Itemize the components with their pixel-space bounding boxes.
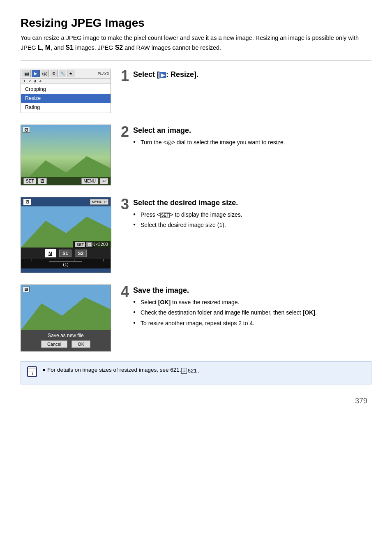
step4-overlay: Save as new file Cancel OK bbox=[21, 330, 111, 351]
step-1-content: 1 Select [▶: Resize]. bbox=[121, 69, 371, 83]
tab-num-3: 3 bbox=[34, 79, 36, 83]
step-2-bullets: Turn the <◎> dial to select the image yo… bbox=[133, 138, 285, 147]
step-4-bullet-3: To resize another image, repeat steps 2 … bbox=[133, 319, 317, 328]
page-title: Resizing JPEG Images bbox=[21, 16, 371, 30]
menu-item-rating[interactable]: Rating bbox=[21, 103, 111, 112]
svg-rect-9 bbox=[28, 368, 36, 369]
info-icon: i bbox=[27, 366, 38, 380]
tab-num-4: 4 bbox=[39, 79, 42, 83]
menu-button[interactable]: MENU bbox=[81, 178, 98, 184]
step-1-title: Select [▶: Resize]. bbox=[133, 70, 198, 79]
step4-cam-icon: 🖼 bbox=[23, 287, 30, 292]
step-2-number: 2 bbox=[121, 125, 129, 139]
play-tab-active[interactable]: ▶ bbox=[32, 70, 40, 77]
svg-rect-10 bbox=[28, 370, 36, 370]
back-button[interactable]: ↩ bbox=[100, 178, 108, 184]
save-as-new-file-text: Save as new file bbox=[25, 333, 106, 338]
step-3-bullets: Press <SET> to display the image sizes. … bbox=[133, 211, 242, 230]
bracket-label: (1) bbox=[63, 262, 68, 267]
menu-item-resize[interactable]: Resize bbox=[21, 94, 111, 103]
wrench-tab[interactable]: 🔧 bbox=[59, 70, 66, 77]
step-4-bullet-1: Select [OK] to save the resized image. bbox=[133, 298, 317, 307]
step-3-number: 3 bbox=[121, 197, 129, 212]
star-tab[interactable]: ★ bbox=[67, 70, 74, 77]
page-ref-number: 621 bbox=[188, 367, 197, 375]
info-box: i ● For details on image sizes of resize… bbox=[21, 361, 371, 384]
step-1-image: 📷 ▶ (ψ) ⚙ 🔧 bbox=[21, 69, 111, 113]
size-m-btn[interactable]: M bbox=[45, 249, 56, 257]
step-3-row: 🖼 MENU ↩ 15M 4800×3200 SET 🖼 bbox=[21, 197, 371, 273]
step4-buttons: Cancel OK bbox=[25, 340, 106, 348]
menu-items: Cropping Resize Rating bbox=[21, 84, 111, 113]
step3-menu-btn[interactable]: MENU ↩ bbox=[90, 199, 108, 205]
icon-badge: 🖼 bbox=[86, 242, 92, 247]
step-3-screenshot: 🖼 MENU ↩ 15M 4800×3200 SET 🖼 bbox=[21, 197, 111, 273]
step4-mountain-svg bbox=[21, 285, 111, 330]
photo-icon-tl: 🖼 bbox=[23, 127, 30, 133]
tab-num-1: 1 bbox=[23, 79, 25, 83]
photo-bottom-bar: SET 🖼 MENU ↩ bbox=[21, 177, 111, 185]
play-tab-label: PLAY3 bbox=[98, 72, 109, 76]
step3-bottom: M S1 S2 bbox=[21, 248, 111, 259]
step-2-photo: 🖼 SET 🖼 MENU ↩ bbox=[21, 125, 111, 185]
step-4-bullets: Select [OK] to save the resized image. C… bbox=[133, 298, 317, 328]
tab-num-2: 2 bbox=[29, 79, 31, 83]
step-4-content: 4 Save the image. Select [OK] to save th… bbox=[121, 285, 371, 330]
divider bbox=[21, 60, 371, 60]
step-1-number: 1 bbox=[121, 69, 129, 83]
svg-rect-11 bbox=[28, 371, 34, 372]
camera-menu-screenshot: 📷 ▶ (ψ) ⚙ 🔧 bbox=[21, 69, 111, 113]
cam-indicator: 🖼 bbox=[23, 199, 31, 205]
step-2-row: 🖼 SET 🖼 MENU ↩ bbox=[21, 125, 371, 185]
info-book-icon: i bbox=[27, 366, 38, 377]
step-3-title: Select the desired image size. bbox=[133, 199, 242, 207]
step4-photo: 🖼 bbox=[21, 285, 111, 330]
step-2-content: 2 Select an image. Turn the <◎> dial to … bbox=[121, 125, 371, 149]
book-ref-icon: □ bbox=[181, 368, 187, 374]
step-3-content: 3 Select the desired image size. Press <… bbox=[121, 197, 371, 231]
page-number: 379 bbox=[21, 397, 371, 405]
step-3-bullet-2: Select the desired image size (1). bbox=[133, 221, 242, 230]
step3-top-bar: 🖼 MENU ↩ bbox=[21, 197, 111, 206]
ok-button[interactable]: OK bbox=[71, 340, 90, 348]
step-4-bullet-2: Check the destination folder and image f… bbox=[133, 308, 317, 317]
step-2-bullet-1: Turn the <◎> dial to select the image yo… bbox=[133, 138, 285, 147]
step-3-image: 🖼 MENU ↩ 15M 4800×3200 SET 🖼 bbox=[21, 197, 111, 273]
step-4-screenshot: 🖼 Save as new file Cancel OK bbox=[21, 285, 111, 352]
wifi-tab[interactable]: (ψ) bbox=[41, 70, 49, 77]
svg-text:i: i bbox=[32, 372, 33, 376]
settings-tab[interactable]: ⚙ bbox=[50, 70, 58, 77]
step-4-row: 🖼 Save as new file Cancel OK bbox=[21, 285, 371, 352]
step-4-image: 🖼 Save as new file Cancel OK bbox=[21, 285, 111, 352]
step-4-number: 4 bbox=[121, 285, 129, 299]
steps-container: 📷 ▶ (ψ) ⚙ 🔧 bbox=[21, 69, 371, 352]
info-text: ● For details on image sizes of resized … bbox=[42, 366, 199, 375]
step-3-bullet-1: Press <SET> to display the image sizes. bbox=[133, 211, 242, 220]
step3-photo: 15M 4800×3200 SET 🖼 bbox=[21, 206, 111, 248]
set-button[interactable]: SET bbox=[23, 178, 36, 184]
cancel-button[interactable]: Cancel bbox=[41, 340, 67, 348]
intro-text: You can resize a JPEG image to make the … bbox=[21, 34, 371, 53]
menu-item-cropping[interactable]: Cropping bbox=[21, 85, 111, 94]
step-2-image: 🖼 SET 🖼 MENU ↩ bbox=[21, 125, 111, 185]
camera-tab[interactable]: 📷 bbox=[23, 70, 31, 77]
size-s2-btn[interactable]: S2 bbox=[75, 250, 87, 257]
step-2-title: Select an image. bbox=[133, 126, 285, 135]
set-badge: SET bbox=[75, 242, 85, 247]
size-s1-btn[interactable]: S1 bbox=[59, 250, 71, 257]
set-icon-button[interactable]: 🖼 bbox=[38, 178, 47, 184]
step-1-row: 📷 ▶ (ψ) ⚙ 🔧 bbox=[21, 69, 371, 113]
step-4-title: Save the image. bbox=[133, 286, 317, 295]
